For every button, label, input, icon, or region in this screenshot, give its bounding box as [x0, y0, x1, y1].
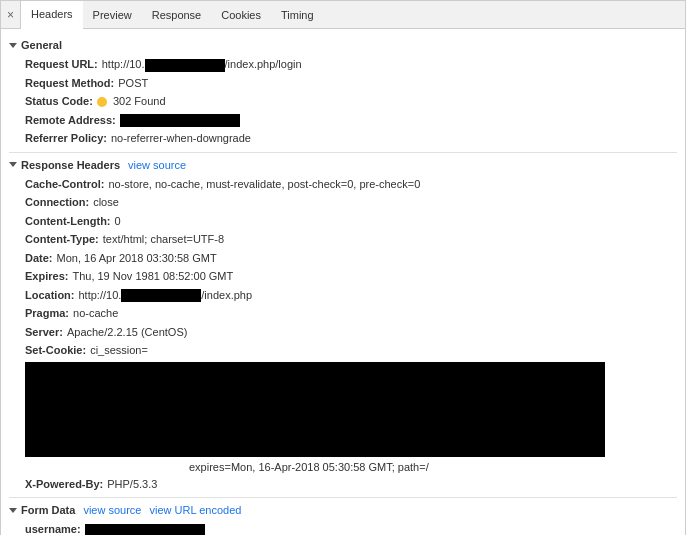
- general-section-label: General: [21, 39, 62, 51]
- expires-key: Expires:: [25, 268, 68, 285]
- referrer-policy-value: no-referrer-when-downgrade: [111, 130, 251, 147]
- connection-row: Connection: close: [9, 193, 677, 212]
- cookie-expiry-row: expires=Mon, 16-Apr-2018 05:30:58 GMT; p…: [9, 459, 677, 475]
- form-data-label: Form Data: [21, 504, 75, 516]
- cache-control-key: Cache-Control:: [25, 176, 104, 193]
- pragma-row: Pragma: no-cache: [9, 304, 677, 323]
- content-length-value: 0: [115, 213, 121, 230]
- request-method-row: Request Method: POST: [9, 74, 677, 93]
- cache-control-row: Cache-Control: no-store, no-cache, must-…: [9, 175, 677, 194]
- username-redacted: [85, 524, 205, 535]
- response-headers-triangle-icon: [9, 162, 17, 167]
- request-url-value: http://10. /index.php/login: [102, 56, 302, 73]
- date-value: Mon, 16 Apr 2018 03:30:58 GMT: [57, 250, 217, 267]
- request-method-key: Request Method:: [25, 75, 114, 92]
- x-powered-by-key: X-Powered-By:: [25, 476, 103, 493]
- server-row: Server: Apache/2.2.15 (CentOS): [9, 323, 677, 342]
- location-key: Location:: [25, 287, 75, 304]
- divider-2: [9, 497, 677, 498]
- tab-cookies[interactable]: Cookies: [211, 1, 271, 29]
- cache-control-value: no-store, no-cache, must-revalidate, pos…: [108, 176, 420, 193]
- status-code-key: Status Code:: [25, 93, 93, 110]
- content-length-row: Content-Length: 0: [9, 212, 677, 231]
- username-row: username:: [9, 520, 677, 535]
- username-value: [85, 521, 205, 535]
- remote-address-redacted: [120, 114, 240, 127]
- content-length-key: Content-Length:: [25, 213, 111, 230]
- response-headers-label: Response Headers: [21, 159, 120, 171]
- status-code-value: 302 Found: [97, 93, 166, 110]
- cookie-black-block: [25, 362, 605, 457]
- username-key: username:: [25, 521, 81, 535]
- date-row: Date: Mon, 16 Apr 2018 03:30:58 GMT: [9, 249, 677, 268]
- referrer-policy-row: Referrer Policy: no-referrer-when-downgr…: [9, 129, 677, 148]
- tab-headers[interactable]: Headers: [21, 1, 83, 29]
- form-data-view-source-link[interactable]: view source: [83, 504, 141, 516]
- status-code-text: 302 Found: [113, 95, 166, 107]
- server-key: Server:: [25, 324, 63, 341]
- view-source-link[interactable]: view source: [128, 159, 186, 171]
- main-content: General Request URL: http://10. /index.p…: [1, 29, 685, 535]
- pragma-key: Pragma:: [25, 305, 69, 322]
- cookie-expiry-text: expires=Mon, 16-Apr-2018 05:30:58 GMT; p…: [189, 461, 429, 473]
- remote-address-key: Remote Address:: [25, 112, 116, 129]
- form-data-view-url-encoded-link[interactable]: view URL encoded: [149, 504, 241, 516]
- remote-address-row: Remote Address:: [9, 111, 677, 130]
- set-cookie-row: Set-Cookie: ci_session=: [9, 341, 677, 360]
- set-cookie-value: ci_session=: [90, 342, 148, 359]
- content-type-row: Content-Type: text/html; charset=UTF-8: [9, 230, 677, 249]
- form-data-section-header: Form Data view source view URL encoded: [9, 504, 677, 516]
- request-url-redacted: [145, 59, 225, 72]
- content-type-value: text/html; charset=UTF-8: [103, 231, 224, 248]
- form-data-section: Form Data view source view URL encoded u…: [9, 504, 677, 535]
- server-value: Apache/2.2.15 (CentOS): [67, 324, 187, 341]
- response-headers-section-header: Response Headers view source: [9, 159, 677, 171]
- expires-row: Expires: Thu, 19 Nov 1981 08:52:00 GMT: [9, 267, 677, 286]
- tab-timing[interactable]: Timing: [271, 1, 324, 29]
- general-triangle-icon: [9, 43, 17, 48]
- close-button[interactable]: ×: [1, 1, 21, 29]
- connection-key: Connection:: [25, 194, 89, 211]
- request-method-value: POST: [118, 75, 148, 92]
- tab-bar: × Headers Preview Response Cookies Timin…: [1, 1, 685, 29]
- tab-response[interactable]: Response: [142, 1, 212, 29]
- status-code-row: Status Code: 302 Found: [9, 92, 677, 111]
- location-row: Location: http://10. /index.php: [9, 286, 677, 305]
- divider-1: [9, 152, 677, 153]
- expires-value: Thu, 19 Nov 1981 08:52:00 GMT: [72, 268, 233, 285]
- x-powered-by-value: PHP/5.3.3: [107, 476, 157, 493]
- status-dot-icon: [97, 97, 107, 107]
- location-redacted: [121, 289, 201, 302]
- x-powered-by-row: X-Powered-By: PHP/5.3.3: [9, 475, 677, 494]
- form-data-triangle-icon: [9, 508, 17, 513]
- set-cookie-key: Set-Cookie:: [25, 342, 86, 359]
- pragma-value: no-cache: [73, 305, 118, 322]
- date-key: Date:: [25, 250, 53, 267]
- content-type-key: Content-Type:: [25, 231, 99, 248]
- request-url-key: Request URL:: [25, 56, 98, 73]
- connection-value: close: [93, 194, 119, 211]
- tab-preview[interactable]: Preview: [83, 1, 142, 29]
- request-url-row: Request URL: http://10. /index.php/login: [9, 55, 677, 74]
- referrer-policy-key: Referrer Policy:: [25, 130, 107, 147]
- remote-address-value: [120, 112, 240, 129]
- general-section-header: General: [9, 39, 677, 51]
- location-value: http://10. /index.php: [79, 287, 253, 304]
